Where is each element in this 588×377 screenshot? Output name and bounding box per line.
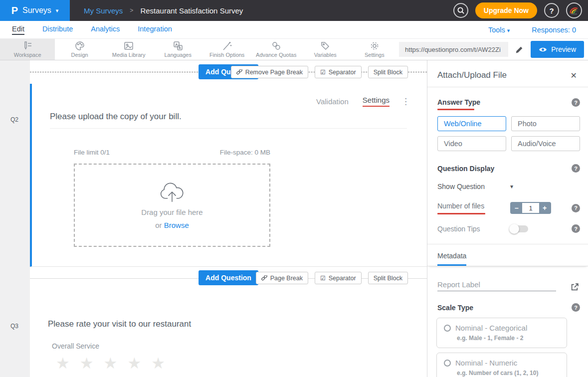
star-icon[interactable]: ★ — [151, 355, 175, 372]
brand-menu[interactable]: P Surveys ▾ — [0, 0, 70, 21]
help-icon[interactable]: ? — [572, 204, 580, 212]
star-icon[interactable]: ★ — [127, 355, 151, 372]
metadata-tabbar: Metadata — [427, 251, 588, 266]
toolbar-item-label: Media Library — [112, 52, 146, 58]
star-icon[interactable]: ★ — [80, 355, 104, 372]
preview-button[interactable]: Preview — [531, 41, 584, 58]
block-controls: Page Break ☑ Separator Split Block — [256, 272, 408, 284]
toolbar-item-workspace[interactable]: Workspace — [0, 39, 55, 60]
help-icon[interactable]: ? — [572, 164, 580, 173]
breadcrumb-current: Restaurant Satisfaction Survey — [140, 6, 243, 15]
nav-right: Tools ▾ Responses: 0 — [488, 26, 588, 34]
title-divider — [50, 128, 407, 129]
star-rating: ★★★★★ — [56, 354, 175, 373]
tab-edit[interactable]: Edit — [12, 25, 24, 35]
breadcrumb-separator: > — [130, 7, 133, 14]
star-icon[interactable]: ★ — [56, 355, 80, 372]
minus-button[interactable]: – — [511, 203, 522, 213]
toolbar-item-advance-quotas[interactable]: Advance Quotas — [251, 39, 301, 60]
radio-icon — [444, 360, 451, 367]
toolbar-item-media-library[interactable]: Media Library — [104, 39, 154, 60]
breadcrumb: My Surveys > Restaurant Satisfaction Sur… — [84, 6, 243, 15]
search-button[interactable] — [453, 3, 468, 18]
toolbar-item-settings[interactable]: Settings — [350, 39, 399, 60]
scale-type-label: Scale Type — [437, 304, 473, 312]
drop-instruction: Drag your file here — [141, 208, 202, 216]
question-display-section: Question Display ? — [427, 164, 588, 173]
help-icon[interactable]: ? — [572, 98, 580, 107]
settings-icon — [369, 41, 380, 51]
page-break-button[interactable]: Page Break — [256, 272, 308, 284]
scale-option-nominal-categorical[interactable]: Nominal - Categorical e.g. Male - 1, Fem… — [436, 318, 567, 348]
split-block-button[interactable]: Split Block — [368, 66, 408, 78]
radio-icon — [444, 325, 451, 332]
toolbar-item-variables[interactable]: Variables — [301, 39, 350, 60]
show-question-value: Show Question — [437, 183, 510, 190]
plus-button[interactable]: + — [539, 203, 550, 213]
close-icon[interactable]: ✕ — [571, 71, 577, 80]
split-block-button[interactable]: Split Block — [368, 272, 408, 284]
nav-tabs: Edit Distribute Analytics Integration — [0, 25, 172, 35]
answer-type-web-online[interactable]: Web/Online — [437, 116, 506, 131]
question-tips-toggle[interactable] — [510, 225, 528, 232]
question-title[interactable]: Please rate your visit to our restaurant — [48, 319, 191, 329]
questionpro-logo-icon: P — [11, 5, 18, 15]
tab-integration[interactable]: Integration — [138, 25, 172, 35]
scale-option-nominal-numeric[interactable]: Nominal - Numeric e.g. Number of cars (1… — [436, 353, 567, 377]
survey-url-field[interactable] — [399, 42, 508, 57]
question-block-q3[interactable]: Please rate your visit to our restaurant… — [30, 290, 427, 377]
question-tabs: Validation Settings ⋮ — [316, 96, 410, 107]
answer-type-video[interactable]: Video — [437, 136, 506, 151]
avatar[interactable] — [566, 2, 582, 18]
eye-icon — [539, 46, 547, 53]
toolbar-item-languages[interactable]: Languages — [153, 39, 202, 60]
question-title[interactable]: Please upload the copy of your bill. — [50, 112, 182, 122]
help-button[interactable]: ? — [544, 3, 559, 18]
media-library-icon — [123, 41, 134, 51]
scale-option-label: Nominal - Categorical — [455, 324, 527, 332]
answer-type-audio-voice[interactable]: Audio/Voice — [511, 136, 580, 151]
separator-button[interactable]: ☑ Separator — [315, 272, 362, 284]
file-count-input[interactable] — [522, 203, 539, 213]
design-icon — [74, 41, 85, 51]
chevron-down-icon[interactable]: ▾ — [510, 183, 513, 190]
tab-metadata[interactable]: Metadata — [437, 252, 466, 266]
file-dropzone[interactable]: Drag your file here or Browse — [74, 164, 270, 247]
help-icon: ? — [549, 6, 554, 15]
tab-analytics[interactable]: Analytics — [91, 25, 120, 35]
upgrade-now-button[interactable]: Upgrade Now — [475, 2, 537, 18]
browse-line: or Browse — [155, 221, 189, 229]
tab-validation[interactable]: Validation — [316, 97, 349, 106]
toolbar-item-finish-options[interactable]: Finish Options — [202, 39, 252, 60]
breadcrumb-my-surveys[interactable]: My Surveys — [84, 6, 123, 15]
report-label-input[interactable] — [437, 279, 556, 291]
answer-type-label: Answer Type — [437, 98, 480, 106]
responses-count[interactable]: Responses: 0 — [532, 26, 576, 34]
broken-link-icon — [236, 69, 242, 75]
button-label: Split Block — [374, 275, 402, 282]
question-tips-row: Question Tips ? — [427, 224, 588, 233]
survey-canvas: Add Question Remove Page Break ☑ Separat… — [30, 60, 427, 377]
kebab-menu-icon[interactable]: ⋮ — [401, 96, 410, 107]
help-icon[interactable]: ? — [572, 224, 580, 233]
separator-button[interactable]: ☑ Separator — [315, 66, 362, 78]
remove-page-break-button[interactable]: Remove Page Break — [231, 66, 308, 78]
tab-distribute[interactable]: Distribute — [42, 25, 73, 35]
toolbar-item-design[interactable]: Design — [55, 39, 104, 60]
browse-link[interactable]: Browse — [164, 221, 189, 229]
tools-dropdown[interactable]: Tools ▾ — [488, 26, 510, 34]
answer-type-photo[interactable]: Photo — [511, 116, 580, 131]
panel-divider — [427, 87, 588, 87]
settings-panel: Attach/Upload File ✕ Answer Type ? Web/O… — [427, 60, 588, 377]
finish-options-icon — [221, 41, 232, 51]
brand-label: Surveys — [22, 6, 51, 15]
question-block-q2[interactable]: Validation Settings ⋮ Please upload the … — [30, 84, 427, 267]
add-question-button[interactable]: Add Question — [198, 270, 258, 285]
avatar-logo-icon — [568, 4, 581, 17]
external-link-button[interactable] — [571, 283, 579, 291]
tab-settings[interactable]: Settings — [363, 96, 390, 107]
edit-url-button[interactable] — [515, 45, 524, 54]
or-text: or — [155, 221, 162, 229]
help-icon[interactable]: ? — [572, 303, 580, 312]
star-icon[interactable]: ★ — [104, 355, 128, 372]
